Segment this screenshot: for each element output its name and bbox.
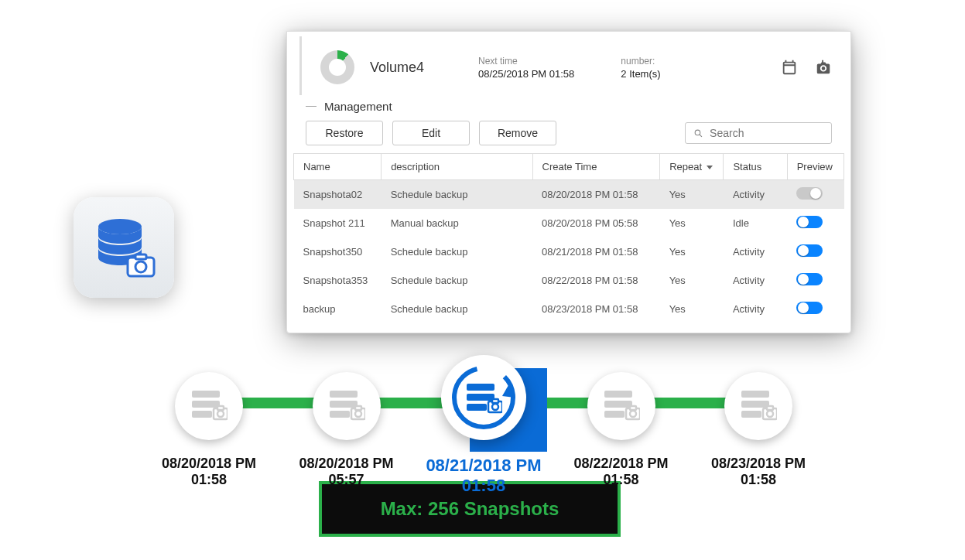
- timeline-node[interactable]: 08/22/2018 PM 01:58: [559, 372, 683, 488]
- restore-button[interactable]: Restore: [306, 121, 383, 145]
- timeline-node[interactable]: 08/20/2018 PM 01:58: [147, 372, 271, 488]
- preview-toggle[interactable]: [796, 244, 823, 257]
- cell-status: Idle: [724, 209, 787, 237]
- cell-status: Activity: [724, 266, 787, 295]
- timeline-circle: [175, 372, 243, 440]
- preview-toggle[interactable]: [796, 273, 823, 285]
- table-row[interactable]: Snapshota353Schedule backup08/22/2018 PM…: [294, 266, 844, 295]
- section-title-text: Management: [324, 100, 392, 113]
- cell-status: Activity: [724, 237, 787, 266]
- svg-rect-26: [604, 391, 632, 398]
- svg-rect-12: [330, 391, 358, 398]
- svg-point-37: [767, 411, 773, 417]
- snapshot-table: Name description Create Time Repeat Stat…: [293, 153, 844, 323]
- cell-description: Schedule backup: [382, 266, 532, 295]
- cell-repeat: Yes: [660, 180, 724, 210]
- search-box[interactable]: [685, 122, 832, 144]
- timeline-node[interactable]: 08/23/2018 PM 01:58: [696, 372, 820, 488]
- storage-snapshot-icon: [328, 388, 365, 425]
- cell-preview: [787, 237, 844, 266]
- snapshot-app-icon: [74, 197, 174, 298]
- restore-cycle-icon: [450, 364, 518, 432]
- cell-create-time: 08/20/2018 PM 05:58: [532, 209, 660, 237]
- cell-create-time: 08/21/2018 PM 01:58: [532, 237, 660, 266]
- cell-preview: [787, 180, 844, 210]
- svg-rect-32: [741, 391, 769, 398]
- cell-create-time: 08/20/2018 PM 01:58: [532, 180, 660, 210]
- col-create-time[interactable]: Create Time: [532, 154, 660, 180]
- snapshot-timeline: 08/20/2018 PM 01:5808/20/2018 PM 05:5708…: [147, 364, 820, 496]
- next-time-value: 08/25/2018 PM 01:58: [478, 68, 574, 80]
- svg-rect-36: [767, 406, 773, 410]
- snapshot-count: number: 2 Item(s): [621, 56, 660, 80]
- section-title: Management: [287, 95, 850, 121]
- timeline-label: 08/22/2018 PM 01:58: [559, 456, 683, 488]
- sort-caret-icon: [707, 166, 713, 169]
- search-input[interactable]: [710, 127, 823, 139]
- svg-point-17: [355, 411, 361, 417]
- cell-preview: [787, 209, 844, 237]
- svg-rect-10: [217, 406, 224, 410]
- cell-name: Snapshota353: [294, 266, 382, 295]
- timeline-circle: [724, 372, 792, 440]
- timeline-circle: [441, 355, 526, 440]
- svg-rect-16: [355, 406, 361, 410]
- svg-rect-30: [630, 406, 636, 410]
- timeline-label: 08/20/2018 PM 05:57: [285, 456, 409, 488]
- cell-name: Snapshot350: [294, 237, 382, 266]
- cell-name: Snapshot 211: [294, 209, 382, 237]
- header-meta: Next time 08/25/2018 PM 01:58 number: 2 …: [478, 56, 781, 80]
- timeline-node[interactable]: 08/21/2018 PM 01:58: [422, 364, 546, 496]
- volume-name: Volume4: [370, 60, 478, 76]
- take-snapshot-icon[interactable]: [815, 59, 832, 76]
- cell-description: Schedule backup: [382, 237, 532, 266]
- col-description[interactable]: description: [382, 154, 532, 180]
- cell-description: Schedule backup: [382, 295, 532, 323]
- cell-description: Schedule backup: [382, 180, 532, 210]
- svg-rect-33: [741, 401, 769, 408]
- timeline-label: 08/20/2018 PM 01:58: [147, 456, 271, 488]
- svg-rect-8: [192, 411, 212, 418]
- table-row[interactable]: Snapshot 211Manual backup08/20/2018 PM 0…: [294, 209, 844, 237]
- col-status[interactable]: Status: [724, 154, 787, 180]
- cell-name: Snapshota02: [294, 180, 382, 210]
- cell-create-time: 08/22/2018 PM 01:58: [532, 266, 660, 295]
- table-row[interactable]: backupSchedule backup08/23/2018 PM 01:58…: [294, 295, 844, 323]
- collapse-dash-icon[interactable]: [306, 106, 317, 107]
- preview-toggle[interactable]: [796, 187, 823, 200]
- svg-rect-7: [192, 401, 220, 408]
- max-snapshots-text: Max: 256 Snapshots: [381, 498, 559, 519]
- timeline-label: 08/21/2018 PM 01:58: [422, 456, 546, 496]
- volume-usage-pie: [320, 50, 354, 84]
- toolbar: Restore Edit Remove: [287, 121, 850, 153]
- timeline-circle: [587, 372, 655, 440]
- cell-create-time: 08/23/2018 PM 01:58: [532, 295, 660, 323]
- next-time-label: Next time: [478, 56, 574, 67]
- next-time: Next time 08/25/2018 PM 01:58: [478, 56, 574, 80]
- table-row[interactable]: Snapshota02Schedule backup08/20/2018 PM …: [294, 180, 844, 210]
- storage-snapshot-icon: [603, 388, 640, 425]
- col-name[interactable]: Name: [294, 154, 382, 180]
- cell-status: Activity: [724, 295, 787, 323]
- svg-rect-14: [330, 411, 350, 418]
- storage-snapshot-icon: [740, 388, 777, 425]
- database-camera-icon: [89, 213, 159, 282]
- cell-name: backup: [294, 295, 382, 323]
- col-preview[interactable]: Preview: [787, 154, 844, 180]
- table-row[interactable]: Snapshot350Schedule backup08/21/2018 PM …: [294, 237, 844, 266]
- cell-repeat: Yes: [660, 209, 724, 237]
- panel-header: Volume4 Next time 08/25/2018 PM 01:58 nu…: [299, 36, 850, 95]
- col-repeat[interactable]: Repeat: [660, 154, 724, 180]
- storage-snapshot-icon: [190, 388, 228, 425]
- calendar-icon[interactable]: [781, 59, 798, 76]
- preview-toggle[interactable]: [796, 302, 823, 314]
- svg-point-25: [492, 404, 498, 410]
- preview-toggle[interactable]: [796, 216, 823, 228]
- cell-description: Manual backup: [382, 209, 532, 237]
- svg-line-1: [700, 134, 702, 136]
- edit-button[interactable]: Edit: [392, 121, 470, 145]
- cell-preview: [787, 295, 844, 323]
- svg-rect-21: [467, 394, 494, 401]
- timeline-node[interactable]: 08/20/2018 PM 05:57: [285, 372, 409, 488]
- remove-button[interactable]: Remove: [479, 121, 556, 145]
